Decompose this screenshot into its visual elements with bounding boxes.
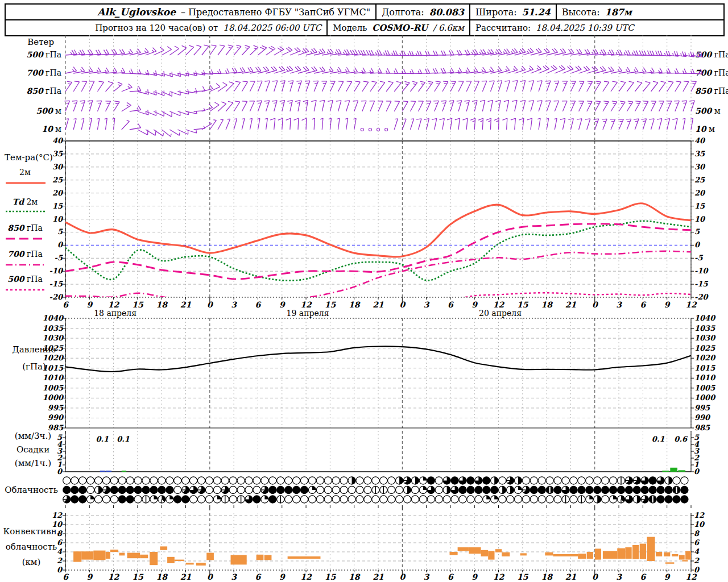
time-label: 18 — [349, 300, 361, 309]
time-label: 0 — [592, 300, 598, 309]
precip-panel: (мм/3ч.)Осадки(мм/1ч.)0.10.10.10.6 — [15, 431, 688, 472]
pressure-tick-left: 1000 — [43, 393, 64, 402]
convective-bar — [672, 554, 678, 556]
precip-label: (мм/3ч.) — [15, 431, 51, 441]
temp-tick-right: 30 — [694, 163, 706, 171]
convective-bar — [231, 555, 247, 565]
time-axis: 6699121215151818212100336699121215151818… — [63, 297, 697, 581]
convective-bar — [469, 547, 481, 554]
time-label-bottom: 12 — [108, 572, 120, 581]
pressure-title: Давление — [13, 344, 56, 355]
pressure-tick-left: 995 — [48, 404, 64, 412]
convective-bar — [664, 552, 670, 556]
convective-bar — [81, 551, 93, 559]
precip-bar — [670, 468, 677, 472]
precip-value-label: 0.1 — [96, 435, 109, 443]
wind-level-label-left: 700 гПа — [26, 68, 61, 77]
temp-tick-right: -15 — [694, 280, 708, 288]
convective-tick-right: 6 — [694, 538, 700, 547]
time-label-bottom: 18 — [156, 572, 168, 581]
pressure-tick-right: 990 — [694, 413, 711, 422]
convective-bar — [553, 554, 578, 556]
date-label: 19 апреля — [287, 309, 329, 318]
time-label: 15 — [132, 300, 144, 309]
convective-bar — [502, 552, 510, 556]
pressure-tick-left: 1020 — [43, 354, 64, 362]
convective-bar — [106, 552, 110, 559]
precip-tick-right: 5 — [694, 433, 700, 442]
time-label-bottom: 9 — [664, 572, 671, 581]
time-label-bottom: 18 — [349, 572, 361, 581]
time-label: 21 — [373, 300, 384, 309]
temperature-panel — [65, 203, 691, 300]
temp-tick-right: -20 — [694, 293, 709, 301]
convective-tick-left: 6 — [57, 538, 63, 547]
time-label-bottom: 0 — [592, 572, 598, 581]
wind-barbs-row-3 — [65, 100, 695, 117]
time-label: 15 — [325, 300, 337, 309]
convective-bar — [488, 551, 494, 559]
wind-title: Ветер — [27, 37, 54, 47]
time-label-bottom: 0 — [207, 572, 213, 581]
convective-bar — [685, 551, 691, 559]
precip-tick-left: 5 — [57, 433, 63, 442]
precip-bar — [100, 471, 106, 472]
convective-bar — [458, 547, 469, 551]
convective-tick-right: 2 — [694, 556, 700, 565]
forecast-time: 18.04.2025 06:00 UTC — [223, 23, 321, 33]
header-separator — [375, 5, 377, 19]
pressure-tick-right: 1035 — [694, 324, 715, 332]
time-label: 15 — [517, 300, 529, 309]
convective-bar — [587, 552, 593, 559]
time-label-bottom: 6 — [448, 572, 454, 581]
meteogram-canvas: 40403535303025252020151510105500-5-5-10-… — [0, 34, 728, 582]
convective-bar — [640, 544, 646, 559]
time-label: 9 — [471, 300, 478, 309]
precip-bar — [662, 471, 669, 472]
wind-level-label-right: 500 гПа — [695, 50, 728, 59]
temp-tick-right: 25 — [694, 176, 705, 184]
convective-bar — [257, 555, 264, 560]
time-label: 21 — [180, 300, 192, 309]
time-label-bottom: 21 — [373, 572, 384, 581]
pressure-tick-left: 1035 — [43, 324, 64, 332]
convective-tick-left: 4 — [57, 547, 63, 556]
header-separator — [469, 5, 470, 19]
altitude-label: Высота: — [562, 7, 600, 18]
wind-level-label-left: 10 м — [42, 124, 61, 134]
convective-bar — [167, 557, 175, 563]
axes: 40403535303025252020151510105500-5-5-10-… — [43, 136, 716, 574]
time-label-bottom: 18 — [541, 572, 553, 581]
temp-tick-left: 25 — [52, 176, 63, 184]
pressure-tick-right: 1000 — [694, 393, 716, 402]
temp-tick-right: -5 — [694, 253, 703, 262]
cloud-panel: Облачность — [5, 477, 688, 503]
time-label-bottom: 15 — [325, 572, 337, 581]
station-name: Alk_Uglovskoe — [97, 6, 176, 18]
wind-level-label-left: 850 гПа — [26, 86, 61, 95]
time-label-bottom: 9 — [279, 572, 286, 581]
pressure-tick-left: 1010 — [43, 373, 64, 382]
meteogram-page: Alk_Uglovskoe – Предоставлено ФГБУ "ЗапС… — [0, 0, 728, 582]
convective-tick-right: 10 — [694, 520, 705, 529]
time-label: 9 — [279, 300, 286, 309]
convective-bar — [110, 550, 118, 552]
convective-bar — [450, 552, 458, 555]
cloud-row-middle — [63, 486, 688, 493]
calculated-time: 18.04.2025 10:39 UTC — [536, 23, 634, 33]
convective-bar — [656, 552, 662, 556]
wind-level-label-right: 500 м — [695, 106, 721, 115]
convective-bar — [206, 553, 214, 560]
convective-bar — [481, 550, 489, 556]
header: Alk_Uglovskoe – Предоставлено ФГБУ "ЗапС… — [5, 3, 725, 36]
time-label: 3 — [424, 300, 430, 309]
legend-label-t700: 700 гПа — [7, 250, 43, 259]
pressure-tick-right: 1010 — [694, 373, 716, 382]
convective-bar — [520, 553, 527, 555]
convective-bar — [288, 556, 321, 559]
convective-bar — [595, 548, 601, 559]
time-label: 3 — [616, 300, 622, 309]
temp-tick-right: 20 — [694, 189, 706, 197]
temperature-title: Тем-ра(°C) — [5, 152, 53, 163]
model-resolution: / 6.6км — [433, 23, 464, 33]
